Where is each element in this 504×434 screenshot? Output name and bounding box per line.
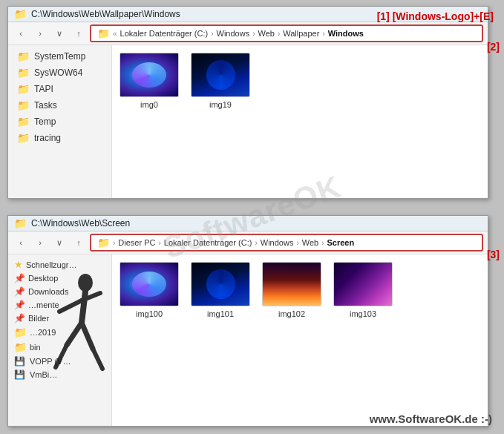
window-title-2: C:\Windows\Web\Screen (31, 218, 130, 228)
address-folder-icon-1: 📁 (97, 27, 110, 39)
drive-icon: 💾 (14, 356, 25, 366)
annotation-2: [2] (487, 41, 500, 53)
svg-line-2 (59, 300, 82, 312)
up-button-2[interactable]: ↑ (71, 234, 87, 251)
pin-icon: 📌 (14, 273, 25, 283)
sidebar-item-quickaccess[interactable]: ★ Schnellzugr… (8, 257, 111, 272)
file-item-img101[interactable]: img101 (191, 262, 250, 318)
forward-button-2[interactable]: › (32, 234, 48, 251)
title-bar-2: 📁 C:\Windows\Web\Screen (8, 216, 488, 231)
up-button-1[interactable]: ↑ (71, 25, 87, 42)
back-button-1[interactable]: ‹ (13, 25, 29, 42)
window-title-1: C:\Windows\Web\Wallpaper\Windows (31, 9, 180, 19)
file-label-img19: img19 (209, 100, 232, 109)
website-label: www.SoftwareOK.de :-) (370, 412, 492, 425)
folder-icon: 📁 (17, 132, 30, 144)
explorer-window-1: 📁 C:\Windows\Web\Wallpaper\Windows ‹ › ∨… (7, 6, 488, 199)
thumb-visual-img103 (334, 263, 392, 306)
main-content-1: img0 img19 (112, 45, 488, 198)
file-item-img102[interactable]: img102 (262, 262, 321, 318)
recent-button-1[interactable]: ∨ (51, 25, 68, 42)
address-bar-1[interactable]: 📁 « Lokaler Datenträger (C:) › Windows ›… (90, 24, 483, 42)
file-thumb-img102 (262, 262, 321, 306)
svg-line-6 (56, 345, 67, 367)
file-thumb-img101 (191, 262, 250, 306)
figure-silhouette (45, 271, 111, 375)
annotation-3: [3] (487, 249, 500, 260)
folder-icon: 📁 (17, 99, 30, 111)
pin-icon: 📌 (14, 313, 25, 323)
svg-line-1 (82, 292, 85, 323)
star-icon: ★ (14, 259, 23, 270)
file-thumb-img0 (120, 53, 179, 97)
folder-icon: 📁 (14, 326, 27, 338)
file-label-img101: img101 (207, 309, 234, 318)
folder-icon: 📁 (17, 67, 30, 79)
sidebar-item-syswow64[interactable]: 📁 SysWOW64 (8, 65, 111, 81)
drive-icon: 💾 (14, 369, 25, 380)
nav-bar-1: ‹ › ∨ ↑ 📁 « Lokaler Datenträger (C:) › W… (8, 22, 488, 45)
window-body-1: 📁 SystemTemp 📁 SysWOW64 📁 TAPI 📁 Tasks 📁… (8, 45, 488, 198)
file-item-img19[interactable]: img19 (191, 53, 250, 109)
address-folder-icon-2: 📁 (97, 237, 110, 249)
sidebar-item-tapi[interactable]: 📁 TAPI (8, 81, 111, 97)
thumb-visual-img102 (263, 263, 321, 306)
file-label-img100: img100 (136, 309, 163, 318)
address-text-1: Lokaler Datenträger (C:) (120, 29, 209, 38)
recent-button-2[interactable]: ∨ (51, 234, 68, 251)
file-item-img0[interactable]: img0 (120, 53, 179, 109)
annotation-1: [1] [Windows-Logo]+[E] (377, 10, 494, 22)
back-button-2[interactable]: ‹ (13, 234, 29, 251)
thumb-visual-img19 (192, 53, 249, 96)
folder-icon: 📁 (17, 116, 30, 128)
file-thumb-img103 (333, 262, 393, 306)
pin-icon: 📌 (14, 300, 25, 310)
svg-line-4 (67, 323, 82, 345)
file-item-img100[interactable]: img100 (120, 262, 179, 318)
thumb-visual-img100 (120, 263, 178, 306)
nav-bar-2: ‹ › ∨ ↑ 📁 › Dieser PC › Lokaler Datenträ… (8, 231, 488, 254)
sidebar-item-temp[interactable]: 📁 Temp (8, 114, 111, 130)
sidebar-item-systemtemp[interactable]: 📁 SystemTemp (8, 48, 111, 65)
svg-line-5 (82, 323, 93, 349)
folder-icon: 📁 (17, 50, 30, 62)
thumb-visual-img0 (120, 53, 178, 96)
file-label-img0: img0 (140, 100, 158, 109)
sidebar-1: 📁 SystemTemp 📁 SysWOW64 📁 TAPI 📁 Tasks 📁… (8, 45, 112, 198)
title-folder-icon-2: 📁 (14, 217, 27, 229)
file-thumb-img100 (120, 262, 179, 306)
file-label-img102: img102 (278, 309, 305, 318)
sidebar-item-tasks[interactable]: 📁 Tasks (8, 97, 111, 114)
file-label-img103: img103 (350, 309, 376, 318)
folder-icon: 📁 (14, 341, 27, 353)
pin-icon: 📌 (14, 286, 25, 297)
folder-icon: 📁 (17, 83, 30, 95)
title-folder-icon-1: 📁 (14, 8, 27, 20)
file-item-img103[interactable]: img103 (333, 262, 393, 318)
file-thumb-img19 (191, 53, 250, 97)
address-bar-2[interactable]: 📁 › Dieser PC › Lokaler Datenträger (C:)… (90, 234, 483, 251)
svg-line-7 (93, 349, 102, 369)
thumb-visual-img101 (192, 263, 249, 306)
forward-button-1[interactable]: › (32, 25, 48, 42)
main-content-2: img100 img101 img102 img103 (112, 254, 488, 426)
sidebar-item-tracing[interactable]: 📁 tracing (8, 130, 111, 146)
